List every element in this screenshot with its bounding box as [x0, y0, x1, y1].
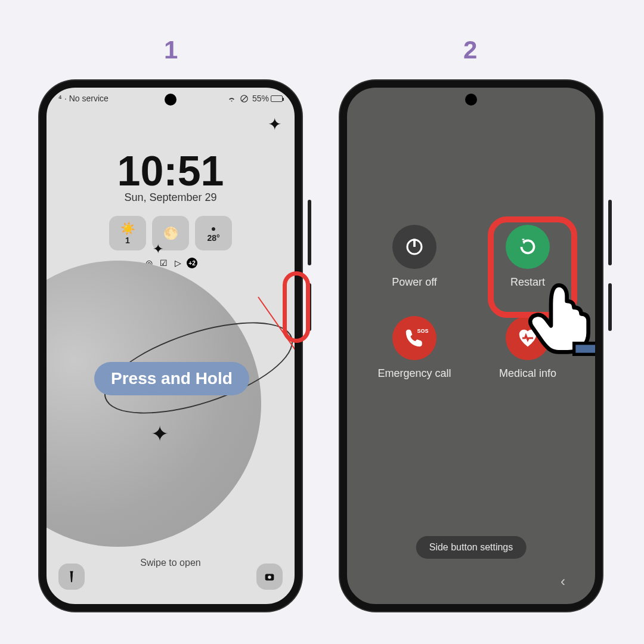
badge-count: +2 — [187, 258, 197, 268]
sparkle-icon: ✦ — [268, 114, 281, 134]
volume-button[interactable] — [308, 200, 311, 265]
power-button[interactable] — [608, 283, 612, 331]
volume-button[interactable] — [608, 200, 612, 265]
clock-date: Sun, September 29 — [47, 191, 295, 204]
widget-alerts[interactable]: ☀️ 1 — [109, 216, 146, 250]
phone-icon: SOS — [392, 316, 436, 360]
step-number-1: 1 — [164, 36, 178, 64]
clock-time: 10:51 — [47, 147, 295, 195]
sparkle-icon: ✦ — [151, 422, 169, 447]
battery-indicator: 55% — [252, 94, 283, 103]
phone-lockscreen: ⁴ · No service 55% ✦ 10:51 ✦ Sun, Septem… — [39, 80, 302, 611]
widget-moon[interactable]: 🌕 — [152, 216, 189, 250]
pointer-hand-icon — [515, 261, 602, 356]
play-icon: ▷ — [172, 258, 183, 268]
camera-notch — [465, 94, 477, 106]
flashlight-button[interactable] — [58, 564, 85, 590]
sos-badge: SOS — [417, 328, 428, 334]
power-icon — [392, 225, 436, 269]
svg-line-1 — [242, 96, 247, 101]
status-service: ⁴ · No service — [58, 94, 109, 103]
emergency-call-label: Emergency call — [377, 367, 451, 380]
emergency-call-button[interactable]: SOS Emergency call — [364, 316, 465, 380]
svg-rect-6 — [574, 343, 602, 355]
power-off-label: Power off — [392, 276, 437, 289]
power-button-highlight — [283, 271, 310, 343]
widget-weather[interactable]: ● 28° — [195, 216, 232, 250]
lockscreen-widgets: ☀️ 1 🌕 ● 28° — [47, 216, 295, 250]
step-number-2: 2 — [463, 36, 477, 64]
svg-point-3 — [268, 575, 271, 579]
power-off-button[interactable]: Power off — [364, 225, 465, 289]
camera-notch — [165, 94, 177, 106]
lockscreen-clock: 10:51 ✦ Sun, September 29 — [47, 147, 295, 204]
back-icon[interactable]: ‹ — [561, 573, 565, 590]
no-signal-icon — [240, 94, 249, 103]
medical-info-label: Medical info — [499, 367, 556, 380]
phone-power-menu: Power off Restart SOS Emergency call — [340, 80, 602, 611]
side-button-settings[interactable]: Side button settings — [416, 536, 527, 559]
wifi-icon — [227, 94, 236, 103]
press-hold-label: Press and Hold — [94, 362, 249, 395]
camera-button[interactable] — [256, 564, 283, 590]
swipe-hint: Swipe to open — [47, 558, 295, 568]
